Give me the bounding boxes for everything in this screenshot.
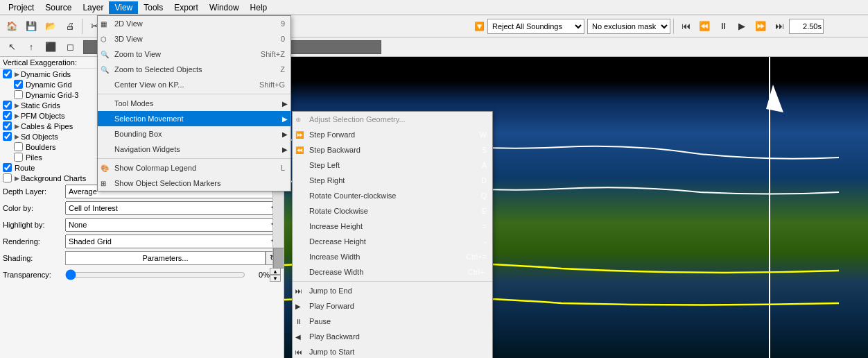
play-backward-btn[interactable]: ⏪: [695, 17, 713, 35]
dynamic-grid-3-label: Dynamic Grid-3: [26, 91, 78, 99]
jump-end-icon: ⏭: [775, 21, 784, 31]
submenu-jump-start[interactable]: ⏮ Jump to Start: [293, 344, 492, 358]
menubar-layer[interactable]: Layer: [77, 1, 109, 14]
menu-3d-view[interactable]: ⬡ 3D View 0: [98, 31, 290, 46]
submenu-increase-width[interactable]: Increase Width Ctrl+=: [293, 249, 492, 264]
toolbar2-btn-3[interactable]: ⬛: [42, 38, 60, 56]
menu-tool-modes-label: Tool Modes: [114, 99, 153, 108]
bounding-box-arrow: ▶: [282, 130, 288, 138]
submenu-step-right[interactable]: Step Right D: [293, 173, 492, 188]
submenu-increase-width-label: Increase Width: [309, 253, 360, 261]
menu-selection-movement[interactable]: Selection Movement ▶ ⊕ Adjust Selection …: [98, 111, 290, 126]
menubar-source[interactable]: Source: [40, 1, 77, 14]
menu-show-colormap[interactable]: 🎨 Show Colormap Legend L: [98, 160, 290, 176]
menu-selection-movement-label: Selection Movement: [114, 114, 184, 123]
submenu-decrease-width[interactable]: Decrease Width Ctrl+-: [293, 264, 492, 280]
menu-nav-widgets[interactable]: Navigation Widgets ▶: [98, 142, 290, 157]
menu-show-markers[interactable]: ⊞ Show Object Selection Markers: [98, 176, 290, 191]
depth-layer-label: Depth Layer:: [3, 187, 65, 196]
dynamic-grid-3-check[interactable]: [14, 90, 23, 99]
cables-pipes-label: Cables & Pipes: [21, 122, 73, 130]
menu-2d-view[interactable]: ▦ 2D View 9: [98, 16, 290, 31]
menu-zoom-selected[interactable]: 🔍 Zoom to Selected Objects Z: [98, 62, 290, 77]
submenu-rotate-ccw[interactable]: Rotate Counter-clockwise Q: [293, 188, 492, 203]
submenu-play-backward[interactable]: ◀ Play Backward: [293, 329, 492, 344]
submenu-step-forward[interactable]: ⏩ Step Forward W: [293, 127, 492, 142]
submenu-jump-end[interactable]: ⏭ Jump to End: [293, 283, 492, 298]
menubar-export[interactable]: Export: [168, 1, 204, 14]
dynamic-grid-check[interactable]: [14, 80, 23, 89]
submenu-jump-end-label: Jump to End: [309, 287, 352, 295]
color-by-select[interactable]: Cell of Interest: [65, 201, 281, 215]
toolbar2-btn-1[interactable]: ↖: [3, 38, 21, 56]
submenu-increase-height[interactable]: Increase Height =: [293, 219, 492, 234]
toolbar2-btn-4[interactable]: ◻: [61, 38, 79, 56]
menubar-view[interactable]: View: [109, 1, 138, 14]
toolbar2-btn-2[interactable]: ↑: [22, 38, 40, 56]
jump-to-start-btn[interactable]: ⏮: [677, 17, 695, 35]
dynamic-grids-check[interactable]: [3, 69, 12, 78]
svg-marker-1: [766, 85, 783, 112]
menu-tool-modes[interactable]: Tool Modes ▶: [98, 96, 290, 111]
menubar-help[interactable]: Help: [245, 1, 273, 14]
pause-btn[interactable]: ⏸: [714, 17, 732, 35]
speed-input[interactable]: [789, 19, 824, 34]
submenu-step-left[interactable]: Step Left A: [293, 157, 492, 173]
submenu-increase-height-label: Increase Height: [309, 222, 363, 230]
step-back-icon: ⏪: [295, 146, 304, 154]
dynamic-grid-label: Dynamic Grid: [26, 80, 72, 89]
highlight-by-select[interactable]: None: [65, 218, 281, 232]
menu-sep-1: [98, 94, 290, 94]
parameters-button[interactable]: Parameters...: [65, 251, 266, 265]
menu-bounding-box[interactable]: Bounding Box ▶: [98, 126, 290, 142]
submenu-jump-start-label: Jump to Start: [309, 348, 354, 356]
toolbar-btn-4[interactable]: 🖨: [61, 17, 79, 35]
menu-zoom-selected-label: Zoom to Selected Objects: [114, 65, 202, 74]
boulders-check[interactable]: [14, 142, 23, 151]
submenu-play-forward[interactable]: ▶ Play Forward: [293, 298, 492, 314]
menu-zoom-view-label: Zoom to View: [114, 50, 161, 58]
play-forward-btn[interactable]: ▶: [733, 17, 751, 35]
submenu-adjust-geom[interactable]: ⊕ Adjust Selection Geometry...: [293, 112, 492, 127]
toolbar-btn-3[interactable]: 📂: [42, 17, 60, 35]
pfm-objects-check[interactable]: [3, 111, 12, 120]
menubar-project[interactable]: Project: [3, 1, 40, 14]
colormap-shortcut: L: [267, 164, 285, 172]
step-back-shortcut: S: [468, 146, 487, 154]
decrease-height-shortcut: -: [470, 237, 487, 246]
route-check[interactable]: [3, 163, 12, 172]
transparency-up-btn[interactable]: ▲: [270, 268, 281, 275]
submenu-rotate-cw[interactable]: Rotate Clockwise E: [293, 203, 492, 219]
cables-pipes-check[interactable]: [3, 121, 12, 130]
jump-to-end-btn[interactable]: ⏭: [770, 17, 788, 35]
toolbar-sep-1: [82, 19, 83, 34]
menu-zoom-view[interactable]: 🔍 Zoom to View Shift+Z: [98, 46, 290, 62]
vert-exag-label: Vertical Exaggeration:: [3, 58, 77, 67]
submenu-pause-label: Pause: [309, 317, 331, 325]
play-fast-forward-btn[interactable]: ⏩: [752, 17, 770, 35]
toolbar-btn-1[interactable]: 🏠: [3, 17, 21, 35]
transparency-slider[interactable]: [65, 269, 245, 280]
menubar-window[interactable]: Window: [204, 1, 245, 14]
rendering-select[interactable]: Shaded Grid: [65, 235, 281, 248]
sd-objects-check[interactable]: [3, 132, 12, 141]
menubar-tools[interactable]: Tools: [138, 1, 168, 14]
transparency-down-btn[interactable]: ▼: [270, 275, 281, 282]
submenu-pause[interactable]: ⏸ Pause: [293, 314, 492, 329]
step-fwd-icon: ⏩: [295, 131, 304, 139]
exclusion-mask-dropdown[interactable]: No exclusion mask: [587, 19, 670, 34]
menu-center-kp[interactable]: Center View on KP... Shift+G: [98, 77, 290, 92]
sd-objects-label: Sd Objects: [21, 133, 58, 141]
piles-check[interactable]: [14, 153, 23, 162]
menu-center-kp-label: Center View on KP...: [114, 80, 184, 89]
scrollbar-thumb[interactable]: [273, 248, 284, 268]
static-grids-check[interactable]: [3, 101, 12, 110]
soundings-filter-dropdown[interactable]: Reject All Soundings: [487, 19, 584, 34]
background-charts-check[interactable]: [3, 173, 12, 182]
rotate-ccw-shortcut: Q: [467, 191, 487, 200]
toolbar-btn-2[interactable]: 💾: [22, 17, 40, 35]
submenu-decrease-height[interactable]: Decrease Height -: [293, 234, 492, 249]
submenu-play-forward-label: Play Forward: [309, 302, 354, 310]
markers-icon: ⊞: [101, 180, 106, 187]
submenu-step-backward[interactable]: ⏪ Step Backward S: [293, 142, 492, 157]
